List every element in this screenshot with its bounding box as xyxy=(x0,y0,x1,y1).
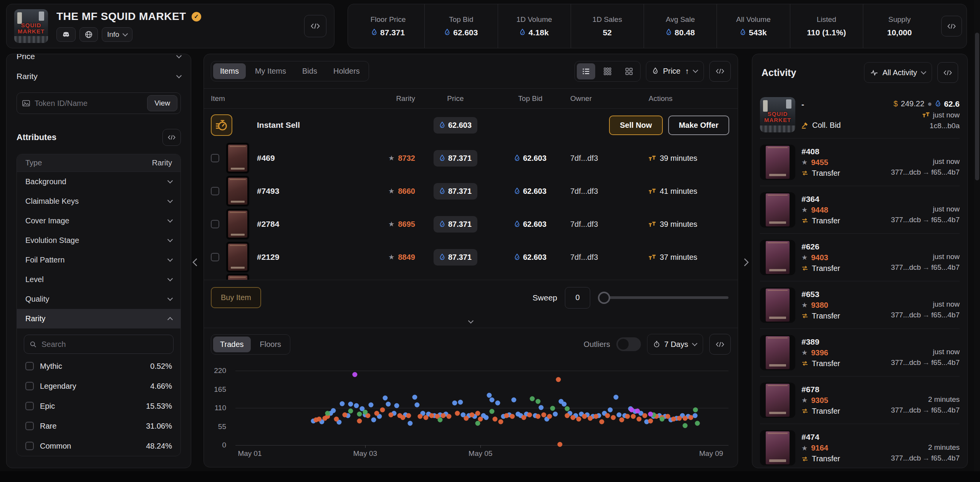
row-checkbox[interactable] xyxy=(211,154,219,162)
scatter-point-green xyxy=(695,421,700,426)
activity-filter-dropdown[interactable]: All Activity xyxy=(864,62,932,83)
rarity-option-epic[interactable]: Epic15.53% xyxy=(17,396,180,416)
rarity-search-input[interactable] xyxy=(41,340,168,349)
attribute-evolution-stage[interactable]: Evolution Stage xyxy=(17,231,180,250)
time-range-dropdown[interactable]: 7 Days xyxy=(647,334,703,355)
view-button[interactable]: View xyxy=(147,95,177,111)
rarity-option-common[interactable]: Common48.24% xyxy=(17,436,180,456)
checkbox[interactable] xyxy=(25,382,34,390)
attribute-quality[interactable]: Quality xyxy=(17,289,180,309)
trades-scatter-chart[interactable]: 055110165220 May 01May 03May 05May 09 xyxy=(204,360,738,459)
star-icon: ★ xyxy=(388,253,394,261)
checkbox[interactable] xyxy=(25,422,34,430)
slider-handle[interactable] xyxy=(598,292,610,304)
activity-item-transfer[interactable]: #389 ★9396 Transfer just now 377...dcb→f… xyxy=(760,329,960,376)
expand-table-button[interactable] xyxy=(204,315,738,328)
attribute-level[interactable]: Level xyxy=(17,270,180,289)
activity-item-coll-bid[interactable]: SQUIDMARKET - Coll. Bid $249.22●62.6 jus… xyxy=(760,91,960,139)
tab-my-items[interactable]: My Items xyxy=(248,63,293,79)
scatter-point-orange xyxy=(541,413,546,418)
collection-avatar[interactable]: SQUIDMARKET xyxy=(14,9,48,43)
scatter-point-orange xyxy=(417,414,422,419)
small-grid-view-button[interactable] xyxy=(598,63,617,79)
outliers-toggle[interactable] xyxy=(616,337,641,351)
filter-section-price[interactable]: Price xyxy=(17,54,181,66)
item-row[interactable]: #2129 ★8849 87.371 62.603 7df...df3 37 m… xyxy=(204,241,738,274)
items-tab-group: Items My Items Bids Holders xyxy=(211,61,369,81)
token-id-input[interactable] xyxy=(35,99,142,108)
scatter-point-blue xyxy=(348,402,353,407)
activity-item-transfer[interactable]: #474 ★9164 Transfer 2 minutes 377...dcb→… xyxy=(760,424,960,468)
sweep-slider[interactable] xyxy=(598,291,728,304)
scatter-point-blue xyxy=(616,413,621,418)
chevron-down-icon xyxy=(167,217,173,223)
chart-code-button[interactable] xyxy=(709,334,731,355)
item-row[interactable]: #469 ★8732 87.371 62.603 7df...df3 39 mi… xyxy=(204,142,738,175)
attribute-cover-image[interactable]: Cover Image xyxy=(17,211,180,231)
attribute-rarity-expanded[interactable]: Rarity xyxy=(17,309,180,328)
rarity-option-mythic[interactable]: Mythic0.52% xyxy=(17,356,180,376)
tab-items[interactable]: Items xyxy=(213,63,246,79)
row-checkbox[interactable] xyxy=(211,220,219,228)
tab-bids[interactable]: Bids xyxy=(295,63,324,79)
discord-button[interactable] xyxy=(56,27,76,42)
sort-dropdown[interactable]: Price ↑ xyxy=(646,61,704,82)
activity-item-transfer[interactable]: #408 ★9455 Transfer just now 377...dcb→f… xyxy=(760,139,960,186)
chevron-down-icon xyxy=(167,276,173,281)
attribute-background[interactable]: Background xyxy=(17,172,180,191)
tensor-marketplace-icon xyxy=(649,155,656,161)
activity-item-transfer[interactable]: #364 ★9448 Transfer just now 377...dcb→f… xyxy=(760,186,960,234)
owner-address[interactable]: 7df...df3 xyxy=(565,154,630,163)
row-checkbox[interactable] xyxy=(211,187,219,195)
info-dropdown[interactable]: Info xyxy=(102,27,132,42)
chevron-down-icon xyxy=(693,68,698,73)
page-scrollbar[interactable] xyxy=(974,0,980,482)
rarity-option-legendary[interactable]: Legendary4.66% xyxy=(17,376,180,396)
chevron-down-icon xyxy=(122,31,128,36)
owner-address[interactable]: 7df...df3 xyxy=(565,220,630,229)
list-view-button[interactable] xyxy=(577,63,595,79)
activity-code-button[interactable] xyxy=(937,62,958,83)
scrollbar-thumb[interactable] xyxy=(975,33,979,180)
tab-trades[interactable]: Trades xyxy=(213,337,251,352)
scatter-point-blue xyxy=(458,399,463,404)
collapse-sidebar-button[interactable] xyxy=(191,257,201,267)
rarity-option-rare[interactable]: Rare31.06% xyxy=(17,416,180,436)
checkbox[interactable] xyxy=(25,402,34,410)
star-icon: ★ xyxy=(801,158,808,167)
attribute-claimable-keys[interactable]: Claimable Keys xyxy=(17,191,180,211)
sell-now-button[interactable]: Sell Now xyxy=(609,116,662,135)
owner-address[interactable]: 7df...df3 xyxy=(565,253,630,262)
chevron-down-icon xyxy=(167,178,173,183)
make-offer-button[interactable]: Make Offer xyxy=(668,116,729,135)
tab-floors[interactable]: Floors xyxy=(253,337,288,352)
activity-item-transfer[interactable]: #653 ★9380 Transfer just now 377...dcb→f… xyxy=(760,281,960,329)
row-checkbox[interactable] xyxy=(211,253,219,261)
scatter-point-orange xyxy=(374,411,379,416)
sweep-count-input[interactable] xyxy=(565,287,590,309)
item-row[interactable]: #7493 ★8660 87.371 62.603 7df...df3 41 m… xyxy=(204,175,738,208)
scatter-point-green xyxy=(357,412,362,417)
buy-item-button[interactable]: Buy Item xyxy=(211,287,261,308)
activity-item-transfer[interactable]: #626 ★9403 Transfer just now 377...dcb→f… xyxy=(760,234,960,281)
large-grid-view-button[interactable] xyxy=(620,63,638,79)
tab-holders[interactable]: Holders xyxy=(326,63,367,79)
checkbox[interactable] xyxy=(25,442,34,450)
sol-icon xyxy=(514,188,520,195)
items-code-button[interactable] xyxy=(709,61,731,82)
header-code-button[interactable] xyxy=(304,15,326,37)
stat-floor-price: Floor Price87.371 xyxy=(352,4,424,48)
stats-code-button[interactable] xyxy=(941,16,962,36)
expand-panel-button[interactable] xyxy=(740,257,750,267)
attributes-code-button[interactable] xyxy=(162,129,181,146)
sol-icon xyxy=(439,188,445,195)
checkbox[interactable] xyxy=(25,362,34,370)
attribute-foil-pattern[interactable]: Foil Pattern xyxy=(17,250,180,270)
website-button[interactable] xyxy=(79,27,98,42)
owner-address[interactable]: 7df...df3 xyxy=(565,187,630,196)
item-row[interactable]: #2784 ★8695 87.371 62.603 7df...df3 39 m… xyxy=(204,208,738,241)
activity-item-transfer[interactable]: #678 ★9305 Transfer 2 minutes 377...dcb→… xyxy=(760,376,960,424)
scatter-point-orange xyxy=(475,411,480,416)
filter-section-rarity[interactable]: Rarity xyxy=(17,66,181,86)
transaction-hash[interactable]: 1c8...b0a xyxy=(930,122,960,130)
